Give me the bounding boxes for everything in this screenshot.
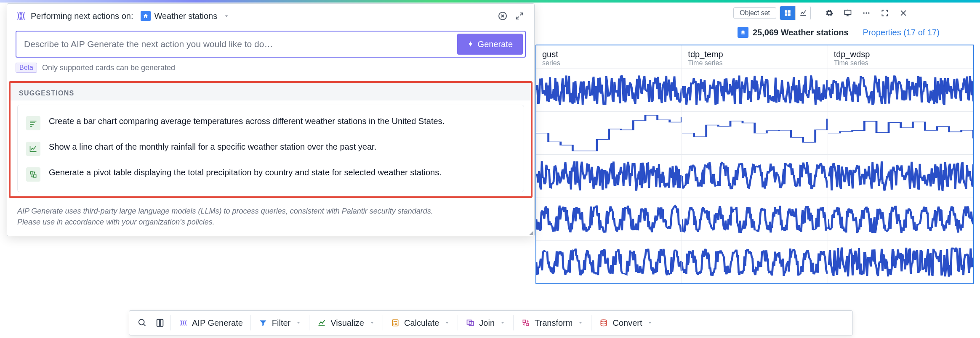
- present-button[interactable]: [840, 6, 855, 20]
- timeseries-cell[interactable]: [828, 155, 973, 198]
- aip-generate-action[interactable]: AIP Generate: [173, 315, 249, 331]
- sparkline: [828, 112, 973, 154]
- pivot-table-icon: [26, 167, 40, 182]
- column-header[interactable]: gustseries: [536, 45, 682, 69]
- column-subtitle: Time series: [834, 59, 967, 67]
- timeseries-cell[interactable]: [682, 69, 827, 112]
- svg-point-10: [394, 324, 394, 325]
- suggestions-title: SUGGESTIONS: [11, 83, 531, 100]
- chart-view-button[interactable]: [795, 6, 810, 20]
- column-header[interactable]: tdp_tempTime series: [682, 45, 827, 69]
- suggestion-item-bar-chart[interactable]: Create a bar chart comparing average tem…: [24, 110, 518, 135]
- view-mode-toggle: [780, 6, 811, 20]
- more-horizontal-icon: [862, 9, 871, 17]
- sparkline: [536, 241, 682, 283]
- toolbar-separator: [170, 315, 171, 330]
- suggestion-text: Generate a pivot table displaying the to…: [49, 166, 442, 179]
- timeseries-cell[interactable]: [828, 198, 973, 241]
- object-type-selector[interactable]: Weather stations: [137, 10, 233, 22]
- suggestion-text: Show a line chart of the monthly rainfal…: [49, 141, 376, 153]
- column-title: gust: [542, 50, 676, 59]
- column-body: [828, 69, 973, 283]
- bar-chart-icon: [26, 116, 40, 130]
- close-circle-icon: [498, 11, 508, 21]
- timeseries-cell[interactable]: [828, 241, 973, 283]
- fullscreen-button[interactable]: [877, 6, 892, 20]
- timeseries-cell[interactable]: [682, 112, 827, 155]
- sparkline: [682, 112, 827, 154]
- settings-button[interactable]: [822, 6, 837, 20]
- calculate-action[interactable]: Calculate: [385, 315, 456, 331]
- svg-point-4: [139, 320, 144, 325]
- toolbar-separator: [458, 315, 458, 330]
- generate-button-label: Generate: [478, 40, 513, 49]
- grid-view-button[interactable]: [780, 6, 795, 20]
- aip-prompt-input[interactable]: [16, 32, 455, 57]
- transform-action[interactable]: Transform: [515, 315, 589, 331]
- aip-header-label: Performing next actions on:: [31, 11, 133, 21]
- aip-subnote-row: Beta Only supported cards can be generat…: [7, 58, 534, 81]
- timeseries-column: tdp_wdspTime series: [828, 45, 973, 283]
- svg-point-8: [395, 323, 396, 324]
- timeseries-cell[interactable]: [828, 69, 973, 112]
- timeseries-cell[interactable]: [536, 241, 682, 283]
- action-label: Calculate: [404, 318, 439, 328]
- generate-button[interactable]: ✦ Generate: [457, 34, 523, 55]
- sparkline: [828, 198, 973, 240]
- home-icon: [738, 27, 748, 38]
- collapse-panel-button[interactable]: [513, 10, 526, 22]
- timeseries-cell[interactable]: [828, 112, 973, 155]
- presentation-icon: [844, 9, 852, 17]
- caret-down-icon: [223, 13, 230, 19]
- timeseries-cell[interactable]: [682, 198, 827, 241]
- join-action[interactable]: Join: [460, 315, 511, 331]
- bottom-action-bar: AIP Generate Filter Visualize Calculate …: [129, 310, 853, 335]
- timeseries-grid: gustseriestdp_tempTime seriestdp_wdspTim…: [535, 45, 974, 284]
- workspace-summary-row: 25,069 Weather stations Properties (17 o…: [535, 23, 974, 42]
- timeseries-cell[interactable]: [536, 198, 682, 241]
- filter-action[interactable]: Filter: [253, 315, 307, 331]
- suggestions-section: SUGGESTIONS Create a bar chart comparing…: [9, 81, 533, 198]
- sparkline: [828, 241, 973, 283]
- more-button[interactable]: [859, 6, 874, 20]
- column-header[interactable]: tdp_wdspTime series: [828, 45, 973, 69]
- toolbar-separator: [383, 315, 383, 330]
- caret-down-icon: [369, 320, 375, 326]
- visualize-action[interactable]: Visualize: [311, 315, 381, 331]
- docs-button[interactable]: [151, 315, 169, 331]
- suggestion-item-line-chart[interactable]: Show a line chart of the monthly rainfal…: [24, 135, 518, 161]
- convert-action[interactable]: Convert: [593, 315, 659, 331]
- suggestions-card: Create a bar chart comparing average tem…: [17, 105, 524, 192]
- timeseries-cell[interactable]: [536, 112, 682, 155]
- close-panel-button[interactable]: [496, 10, 509, 22]
- aip-logo-icon: [16, 11, 27, 21]
- beta-badge: Beta: [16, 63, 37, 73]
- panel-resize-handle[interactable]: [529, 231, 533, 235]
- timeseries-cell[interactable]: [536, 69, 682, 112]
- timeseries-cell[interactable]: [682, 241, 827, 283]
- sparkline: [536, 69, 682, 111]
- toolbar-separator: [250, 315, 251, 330]
- svg-point-7: [394, 323, 394, 324]
- sparkline: [682, 155, 827, 197]
- timeseries-cell[interactable]: [536, 155, 682, 198]
- disclaimer-line-1: AIP Generate uses third-party large lang…: [17, 206, 524, 217]
- column-title: tdp_temp: [688, 50, 821, 59]
- timeseries-cell[interactable]: [682, 155, 827, 198]
- object-set-pill[interactable]: Object set: [733, 7, 776, 19]
- search-button[interactable]: [133, 315, 151, 331]
- suggestion-item-pivot-table[interactable]: Generate a pivot table displaying the to…: [24, 161, 518, 187]
- caret-down-icon: [296, 320, 301, 326]
- convert-icon: [599, 318, 608, 327]
- toolbar-separator: [513, 315, 514, 330]
- close-workspace-button[interactable]: [896, 6, 911, 20]
- properties-link[interactable]: Properties (17 of 17): [863, 28, 940, 37]
- timeseries-column: gustseries: [536, 45, 682, 283]
- sparkline: [536, 155, 682, 197]
- caret-down-icon: [647, 320, 653, 326]
- aip-footer-disclaimer: AIP Generate uses third-party large lang…: [7, 201, 534, 236]
- svg-point-2: [865, 12, 867, 13]
- close-icon: [899, 9, 908, 17]
- grid-icon: [784, 9, 791, 17]
- svg-point-3: [868, 12, 869, 13]
